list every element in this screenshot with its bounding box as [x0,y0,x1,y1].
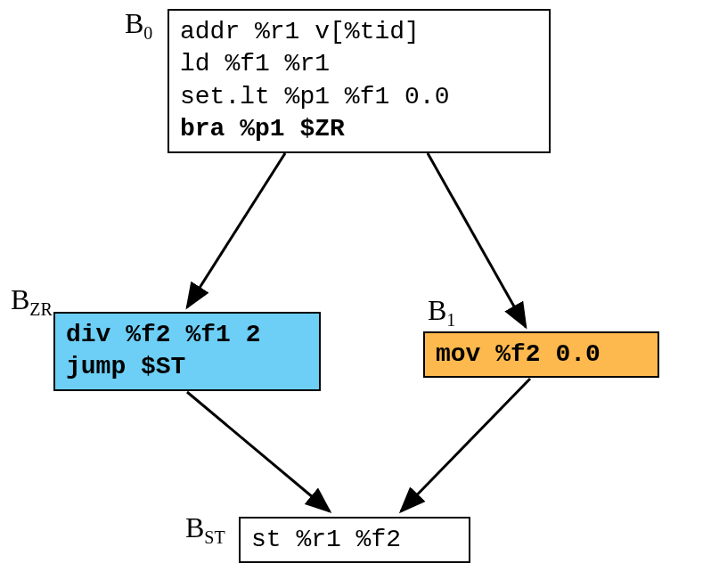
arrow-b1-to-bst [401,379,530,511]
block-bst-label: BST [185,511,225,548]
b0-line-2: set.lt %p1 %f1 0.0 [180,81,538,113]
block-b0: addr %r1 v[%tid] ld %f1 %r1 set.lt %p1 %… [167,9,551,153]
arrow-b0-to-bzr [187,153,285,307]
bzr-line-0: div %f2 %f1 2 [66,319,308,351]
b0-label-main: B [125,7,143,39]
bst-line-0: st %r1 %f2 [251,524,458,556]
bst-label-main: B [185,511,204,543]
b1-line-0: mov %f2 0.0 [436,339,647,371]
bst-label-sub: ST [204,527,225,547]
block-b0-label: B0 [125,7,152,44]
block-b1: mov %f2 0.0 [423,331,659,378]
b0-line-1: ld %f1 %r1 [180,48,538,80]
block-bzr: div %f2 %f1 2 jump $ST [53,312,321,391]
b0-line-0: addr %r1 v[%tid] [180,16,538,48]
block-bzr-label: BZR [11,283,53,320]
b1-label-main: B [428,294,446,326]
arrow-bzr-to-bst [187,392,330,511]
b0-label-sub: 0 [143,23,152,43]
bzr-line-1: jump $ST [66,351,308,383]
b0-line-3: bra %p1 $ZR [180,113,538,145]
block-b1-label: B1 [428,294,455,331]
bzr-label-main: B [11,283,29,315]
bzr-label-sub: ZR [29,299,53,319]
block-bst: st %r1 %f2 [239,517,470,563]
b1-label-sub: 1 [446,310,455,330]
